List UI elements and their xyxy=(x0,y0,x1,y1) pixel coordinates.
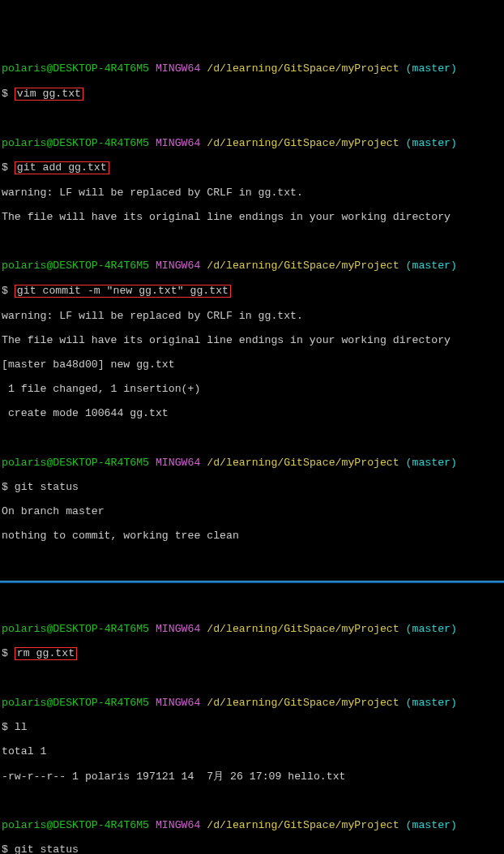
blank xyxy=(2,113,502,125)
output: warning: LF will be replaced by CRLF in … xyxy=(2,310,502,322)
cmd-line: $ vim gg.txt xyxy=(2,88,502,101)
output: total 1 xyxy=(2,745,502,757)
user-host: polaris xyxy=(2,62,46,75)
blank xyxy=(2,672,502,684)
blank xyxy=(2,235,502,247)
blank xyxy=(2,795,502,807)
output: create mode 100644 gg.txt xyxy=(2,407,502,419)
cmd-line: $ git status xyxy=(2,843,502,854)
output: [master ba48d00] new gg.txt xyxy=(2,358,502,371)
prompt-line: polaris@DESKTOP-4R4T6M5 MINGW64 /d/learn… xyxy=(2,457,502,469)
output: nothing to commit, working tree clean xyxy=(2,530,502,542)
prompt-line: polaris@DESKTOP-4R4T6M5 MINGW64 /d/learn… xyxy=(2,137,502,149)
cmd-rm: rm gg.txt xyxy=(15,647,77,660)
cmd-ll: ll xyxy=(15,721,28,733)
cmd-line: $ git add gg.txt xyxy=(2,161,502,174)
prompt-line: polaris@DESKTOP-4R4T6M5 MINGW64 /d/learn… xyxy=(2,697,502,709)
section-divider xyxy=(0,581,504,583)
output: warning: LF will be replaced by CRLF in … xyxy=(2,187,502,199)
cmd-line: $ ll xyxy=(2,721,502,733)
cmd-git-commit: git commit -m "new gg.txt" gg.txt xyxy=(15,285,231,298)
output: The file will have its original line end… xyxy=(2,334,502,346)
cmd-git-add: git add gg.txt xyxy=(15,161,109,174)
cmd-git-status: git status xyxy=(15,843,79,854)
output: On branch master xyxy=(2,505,502,517)
cmd-git-status: git status xyxy=(15,481,79,493)
cmd-line: $ rm gg.txt xyxy=(2,647,502,660)
terminal[interactable]: polaris@DESKTOP-4R4T6M5 MINGW64 /d/learn… xyxy=(0,609,504,854)
output: -rw-r--r-- 1 polaris 197121 14 7月 26 17:… xyxy=(2,770,502,783)
cmd-line: $ git status xyxy=(2,481,502,493)
blank xyxy=(2,432,502,444)
cmd-vim: vim gg.txt xyxy=(15,88,83,101)
terminal[interactable]: polaris@DESKTOP-4R4T6M5 MINGW64 /d/learn… xyxy=(0,49,504,556)
prompt-line: polaris@DESKTOP-4R4T6M5 MINGW64 /d/learn… xyxy=(2,260,502,272)
prompt-line: polaris@DESKTOP-4R4T6M5 MINGW64 /d/learn… xyxy=(2,819,502,831)
output: 1 file changed, 1 insertion(+) xyxy=(2,383,502,395)
cmd-line: $ git commit -m "new gg.txt" gg.txt xyxy=(2,285,502,298)
prompt-line: polaris@DESKTOP-4R4T6M5 MINGW64 /d/learn… xyxy=(2,62,502,75)
prompt-line: polaris@DESKTOP-4R4T6M5 MINGW64 /d/learn… xyxy=(2,623,502,635)
output: The file will have its original line end… xyxy=(2,211,502,223)
